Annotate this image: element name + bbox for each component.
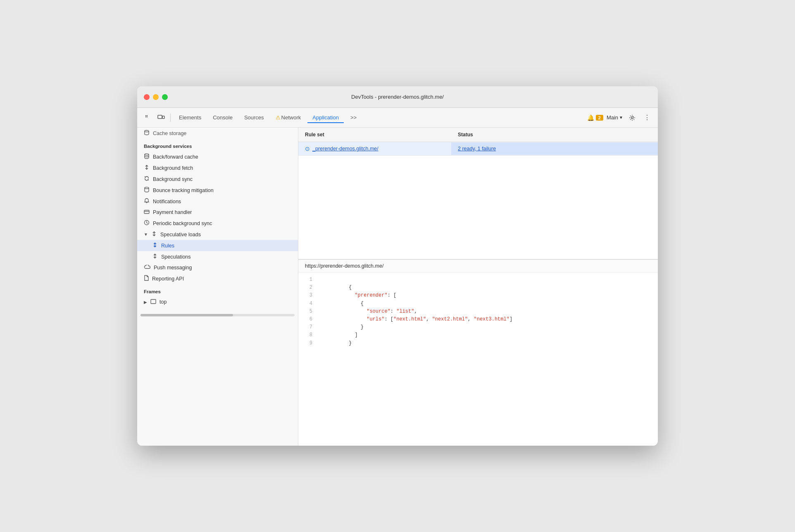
cache-storage-label: Cache storage [153, 131, 186, 136]
code-line-7: } [319, 323, 651, 331]
svg-rect-1 [147, 115, 148, 116]
sidebar-item-periodic-bg-sync[interactable]: Periodic background sync [137, 218, 298, 229]
main-container: Cache storage Background services Back/f… [137, 128, 658, 446]
column-header-ruleset: Rule set [298, 130, 451, 139]
sidebar-item-cache-storage[interactable]: Cache storage [137, 128, 298, 139]
minimize-button[interactable] [153, 94, 159, 100]
sidebar-scrollbar-thumb [140, 314, 233, 316]
sidebar-item-speculations[interactable]: Speculations [137, 251, 298, 262]
sidebar-item-payment-handler[interactable]: Payment handler [137, 207, 298, 218]
sidebar-item-reporting-api[interactable]: Reporting API [137, 273, 298, 284]
svg-rect-5 [162, 116, 164, 119]
status-cell: 2 ready, 1 failure [451, 142, 658, 155]
frame-icon [150, 299, 156, 305]
sidebar-scrollbar-track [137, 314, 298, 316]
code-url-bar: https://prerender-demos.glitch.me/ [298, 260, 658, 273]
code-content: { "prerender": [ { "source": "list", "ur… [319, 276, 658, 442]
sidebar-item-rules[interactable]: Rules [137, 240, 298, 251]
svg-rect-12 [151, 299, 156, 304]
column-header-status: Status [451, 130, 658, 139]
ruleset-cell: ⊙ _prerender-demos.glitch.me/ [298, 142, 451, 155]
code-line-6: "urls": ["next.html", "next2.html", "nex… [319, 316, 651, 323]
cloud-icon [144, 264, 150, 271]
tab-sources[interactable]: Sources [239, 112, 269, 123]
sidebar-item-bounce-tracking[interactable]: Bounce tracking mitigation [137, 185, 298, 196]
code-line-2: { [319, 284, 651, 292]
separator [170, 114, 171, 122]
code-line-9: } [319, 340, 651, 347]
warning-icon: ⚠ [276, 114, 281, 121]
pointer-icon[interactable] [142, 112, 154, 124]
tab-elements[interactable]: Elements [174, 112, 206, 123]
sidebar: Cache storage Background services Back/f… [137, 128, 298, 446]
db2-icon [144, 187, 150, 194]
tab-console[interactable]: Console [208, 112, 238, 123]
more-options-icon[interactable]: ⋮ [641, 112, 653, 124]
card-icon [144, 209, 150, 216]
traffic-lights [144, 94, 168, 100]
svg-point-8 [145, 154, 149, 155]
ruleset-link[interactable]: _prerender-demos.glitch.me/ [312, 146, 378, 152]
expanded-arrow-icon: ▼ [144, 232, 148, 237]
rules-table: Rule set Status ⊙ _prerender-demos.glitc… [298, 128, 658, 259]
more-tabs-button[interactable]: >> [345, 112, 362, 123]
tab-application[interactable]: Application [307, 112, 344, 123]
settings-icon[interactable] [626, 112, 638, 124]
sidebar-item-notifications[interactable]: Notifications [137, 196, 298, 207]
sidebar-scrollbar[interactable] [140, 314, 295, 316]
badge-count: 2 [596, 115, 603, 121]
svg-rect-2 [145, 116, 146, 117]
sidebar-item-backforward-cache[interactable]: Back/forward cache [137, 151, 298, 162]
device-toggle-icon[interactable] [155, 112, 167, 124]
toolbar: Elements Console Sources ⚠Network Applic… [137, 108, 658, 128]
collapsed-arrow-icon: ▶ [144, 300, 147, 304]
table-row[interactable]: ⊙ _prerender-demos.glitch.me/ 2 ready, 1… [298, 142, 658, 156]
sync-icon [144, 176, 150, 183]
frames-header: Frames [137, 284, 298, 297]
tab-network[interactable]: ⚠Network [271, 112, 306, 123]
rules-icon [152, 242, 158, 249]
speculativeloads-icon [151, 231, 157, 238]
sidebar-item-speculative-loads[interactable]: ▼ Speculative loads [137, 229, 298, 240]
code-line-4: { [319, 300, 651, 308]
main-selector[interactable]: Main ▼ [607, 114, 623, 121]
db-icon [144, 153, 150, 160]
maximize-button[interactable] [162, 94, 168, 100]
svg-rect-3 [147, 116, 148, 117]
sidebar-item-push-messaging[interactable]: Push messaging [137, 262, 298, 273]
sidebar-item-top-frame[interactable]: ▶ top [137, 297, 298, 307]
arrows-v-icon [144, 164, 150, 171]
bell-icon [144, 198, 150, 205]
titlebar: DevTools - prerender-demos.glitch.me/ [137, 86, 658, 108]
line-numbers: 1 2 3 4 5 6 7 8 9 [298, 276, 319, 442]
main-content-wrapper: Rule set Status ⊙ _prerender-demos.glitc… [298, 128, 658, 446]
window-title: DevTools - prerender-demos.glitch.me/ [351, 94, 444, 100]
code-body[interactable]: 1 2 3 4 5 6 7 8 9 { "p [298, 273, 658, 446]
rules-empty-area [298, 156, 658, 259]
status-link[interactable]: 2 ready, 1 failure [458, 146, 496, 152]
svg-rect-10 [144, 210, 149, 214]
svg-point-6 [631, 116, 633, 119]
svg-rect-0 [145, 115, 146, 116]
doc-icon [144, 275, 149, 282]
sidebar-item-background-sync[interactable]: Background sync [137, 173, 298, 185]
code-line-8: ] [319, 331, 651, 339]
code-line-5: "source": "list", [319, 308, 651, 316]
svg-point-7 [145, 131, 149, 132]
devtools-window: DevTools - prerender-demos.glitch.me/ El… [137, 86, 658, 446]
dropdown-arrow-icon: ▼ [619, 115, 623, 120]
close-button[interactable] [144, 94, 150, 100]
svg-rect-4 [158, 115, 162, 119]
code-panel: https://prerender-demos.glitch.me/ 1 2 3… [298, 259, 658, 446]
table-header-row: Rule set Status [298, 128, 658, 142]
cache-icon [144, 130, 150, 137]
sidebar-item-background-fetch[interactable]: Background fetch [137, 162, 298, 173]
code-line-1 [319, 276, 651, 284]
issue-badge[interactable]: 🔔 2 [587, 114, 603, 121]
background-services-header: Background services [137, 139, 298, 151]
toolbar-right: 🔔 2 Main ▼ ⋮ [587, 112, 653, 124]
svg-point-9 [145, 187, 149, 189]
speculations-icon [152, 253, 158, 260]
clock-icon [144, 220, 150, 227]
prerender-icon: ⊙ [305, 145, 310, 152]
